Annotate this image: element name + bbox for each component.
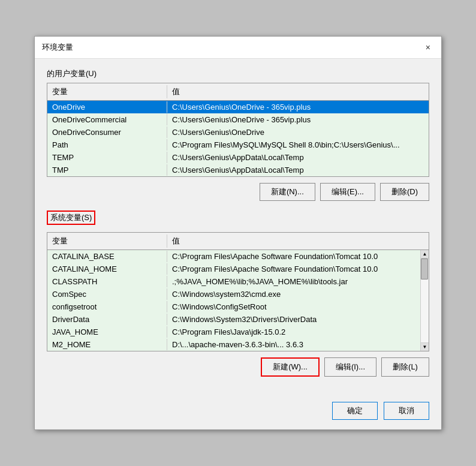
- row-val: C:\Users\Genius\OneDrive: [167, 127, 429, 138]
- user-vars-body: OneDrive C:\Users\Genius\OneDrive - 365v…: [47, 101, 429, 176]
- row-val: C:\Program Files\Java\jdk-15.0.2: [167, 326, 420, 338]
- sys-vars-label: 系统变量(S): [47, 211, 95, 225]
- table-row[interactable]: TEMP C:\Users\Genius\AppData\Local\Temp: [47, 151, 429, 164]
- sys-vars-table: 变量 值 CATALINA_BASE C:\Program Files\Apac…: [47, 232, 429, 351]
- scroll-up-arrow[interactable]: ▲: [420, 250, 429, 258]
- row-val: C:\Users\Genius\AppData\Local\Temp: [167, 164, 429, 176]
- cancel-button[interactable]: 取消: [384, 402, 429, 420]
- sys-vars-edit-button[interactable]: 编辑(I)...: [324, 357, 376, 377]
- row-var: DriverData: [47, 314, 167, 325]
- row-val: D:\...\apache-maven-3.6.3-bin\... 3.6.3: [167, 339, 420, 350]
- row-val: C:\Windows\ConfigSetRoot: [167, 301, 420, 312]
- row-val: .;%JAVA_HOME%\lib;%JAVA_HOME%\lib\tools.…: [167, 276, 420, 287]
- sys-vars-delete-button[interactable]: 删除(L): [381, 357, 429, 377]
- row-val: C:\Windows\system32\cmd.exe: [167, 288, 420, 300]
- user-vars-table: 变量 值 OneDrive C:\Users\Genius\OneDrive -…: [47, 83, 429, 177]
- table-row[interactable]: configsetroot C:\Windows\ConfigSetRoot: [47, 300, 420, 313]
- user-vars-edit-button[interactable]: 编辑(E)...: [320, 183, 375, 201]
- dialog-title: 环境变量: [42, 42, 73, 53]
- user-vars-label: 的用户变量(U): [47, 68, 429, 79]
- sys-vars-col-var: 变量: [47, 234, 167, 248]
- table-row[interactable]: CATALINA_HOME C:\Program Files\Apache So…: [47, 263, 420, 275]
- row-var: ComSpec: [47, 288, 167, 300]
- row-var: TEMP: [47, 152, 167, 163]
- row-val: C:\Users\Genius\OneDrive - 365vip.plus: [167, 114, 429, 125]
- row-var: configsetroot: [47, 301, 167, 312]
- sys-vars-body: CATALINA_BASE C:\Program Files\Apache So…: [47, 250, 429, 351]
- row-var: OneDrive: [47, 101, 167, 113]
- user-vars-new-button[interactable]: 新建(N)...: [260, 183, 315, 201]
- table-row[interactable]: DriverData C:\Windows\System32\Drivers\D…: [47, 313, 420, 326]
- row-val: C:\Program Files\MySQL\MySQL Shell 8.0\b…: [167, 139, 429, 151]
- sys-vars-new-button[interactable]: 新建(W)...: [261, 357, 320, 377]
- sys-vars-rows: CATALINA_BASE C:\Program Files\Apache So…: [47, 250, 429, 351]
- row-val: C:\Program Files\Apache Software Foundat…: [167, 263, 420, 275]
- row-var: OneDriveCommercial: [47, 114, 167, 125]
- row-var: OneDriveConsumer: [47, 127, 167, 138]
- row-var: TMP: [47, 164, 167, 176]
- row-val: C:\Windows\System32\Drivers\DriverData: [167, 314, 420, 325]
- table-row[interactable]: Path C:\Program Files\MySQL\MySQL Shell …: [47, 139, 429, 151]
- table-row[interactable]: JAVA_HOME C:\Program Files\Java\jdk-15.0…: [47, 326, 420, 338]
- close-button[interactable]: ×: [422, 41, 434, 53]
- scroll-thumb[interactable]: [421, 258, 428, 279]
- table-row[interactable]: OneDriveConsumer C:\Users\Genius\OneDriv…: [47, 126, 429, 139]
- sys-vars-btn-row: 新建(W)... 编辑(I)... 删除(L): [47, 357, 429, 377]
- sys-vars-label-wrapper: 系统变量(S): [47, 211, 429, 229]
- row-val: C:\Users\Genius\AppData\Local\Temp: [167, 152, 429, 163]
- user-vars-btn-row: 新建(N)... 编辑(E)... 删除(D): [47, 183, 429, 201]
- sys-vars-col-val: 值: [167, 234, 429, 248]
- row-var: CATALINA_HOME: [47, 263, 167, 275]
- table-row[interactable]: TMP C:\Users\Genius\AppData\Local\Temp: [47, 164, 429, 176]
- row-var: M2_HOME: [47, 339, 167, 350]
- user-vars-col-var: 变量: [47, 85, 167, 98]
- scroll-track: [420, 258, 429, 342]
- environment-variables-dialog: 环境变量 × 的用户变量(U) 变量 值 OneDrive C:\Users\G…: [34, 36, 442, 430]
- sys-vars-header: 变量 值: [47, 233, 429, 250]
- row-var: CATALINA_BASE: [47, 251, 167, 262]
- table-row[interactable]: ComSpec C:\Windows\system32\cmd.exe: [47, 288, 420, 300]
- row-var: JAVA_HOME: [47, 326, 167, 338]
- row-var: CLASSPATH: [47, 276, 167, 287]
- table-row[interactable]: CATALINA_BASE C:\Program Files\Apache So…: [47, 250, 420, 263]
- row-val: C:\Users\Genius\OneDrive - 365vip.plus: [167, 101, 429, 113]
- table-row[interactable]: CLASSPATH .;%JAVA_HOME%\lib;%JAVA_HOME%\…: [47, 275, 420, 288]
- ok-button[interactable]: 确定: [332, 402, 378, 420]
- table-row[interactable]: OneDrive C:\Users\Genius\OneDrive - 365v…: [47, 101, 429, 113]
- user-vars-col-val: 值: [167, 85, 429, 98]
- footer-btn-row: 确定 取消: [35, 396, 441, 429]
- table-row[interactable]: M2_HOME D:\...\apache-maven-3.6.3-bin\..…: [47, 338, 420, 351]
- table-row[interactable]: OneDriveCommercial C:\Users\Genius\OneDr…: [47, 113, 429, 126]
- title-bar: 环境变量 ×: [35, 37, 441, 59]
- dialog-content: 的用户变量(U) 变量 值 OneDrive C:\Users\Genius\O…: [35, 59, 441, 396]
- row-var: Path: [47, 139, 167, 151]
- scroll-down-arrow[interactable]: ▼: [420, 342, 429, 351]
- row-val: C:\Program Files\Apache Software Foundat…: [167, 251, 420, 262]
- user-vars-header: 变量 值: [47, 83, 429, 101]
- user-vars-delete-button[interactable]: 删除(D): [380, 183, 429, 201]
